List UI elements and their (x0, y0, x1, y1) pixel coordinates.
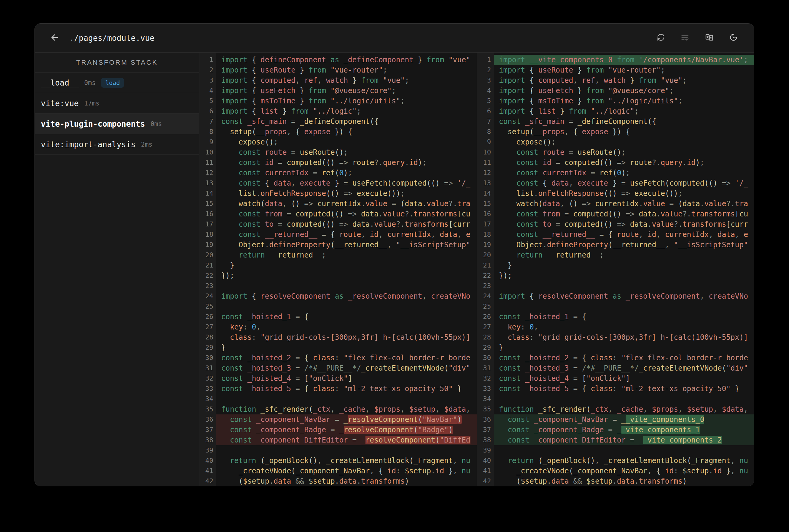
code-line: 2import { useRoute } from "vue-router"; (477, 65, 754, 75)
line-number: 15 (199, 198, 216, 209)
line-number: 37 (199, 425, 216, 435)
code-text: ($setup.data && $setup.data.transforms) (494, 476, 754, 486)
code-line: 25 (477, 301, 754, 312)
diff-panel-before[interactable]: 1import { defineComponent as _defineComp… (199, 53, 477, 486)
code-text: Object.defineProperty(__returned__, "__i… (216, 240, 477, 250)
code-line: 31const _hoisted_3 = /*#__PURE__*/_creat… (477, 363, 754, 373)
sidebar-item-__load__[interactable]: __load__0msload (35, 73, 199, 93)
line-number: 11 (199, 157, 216, 168)
code-text: }); (216, 270, 477, 281)
code-text: const _sfc_main = _defineComponent({ (494, 116, 754, 127)
code-text: const route = useRoute(); (494, 147, 754, 157)
line-number: 12 (199, 168, 216, 178)
code-text: const from = computed(() => data.value?.… (494, 209, 754, 219)
code-text: import { useFetch } from "@vueuse/core"; (216, 86, 477, 96)
sidebar-item-vite:import-analysis[interactable]: vite:import-analysis2ms (35, 134, 199, 155)
code-text: const _hoisted_5 = { class: "ml-2 text-x… (216, 384, 477, 394)
line-number: 35 (199, 404, 216, 414)
line-number: 31 (477, 363, 494, 373)
code-line: 40 return (_openBlock(), _createElementB… (477, 456, 754, 466)
code-text: key: 0, (216, 322, 477, 332)
line-number: 8 (199, 127, 216, 137)
code-text (216, 394, 477, 404)
code-text: setup(__props, { expose }) { (216, 127, 477, 137)
line-number: 7 (199, 116, 216, 127)
line-number: 22 (477, 270, 494, 281)
line-number: 25 (477, 301, 494, 312)
code-text: const _component_Badge = _resolveCompone… (216, 425, 477, 435)
line-number: 16 (199, 209, 216, 219)
code-line: 40 return (_openBlock(), _createElementB… (199, 456, 477, 466)
transform-stack-sidebar: TRANSFORM STACK __load__0msloadvite:vue1… (35, 53, 199, 486)
line-number: 39 (477, 445, 494, 456)
code-text: return __returned__; (216, 250, 477, 260)
side-by-side-toggle[interactable] (703, 32, 715, 44)
code-text: watch(data, () => currentIdx.value = (da… (216, 198, 477, 209)
code-text: key: 0, (494, 322, 754, 332)
side-by-side-diff-icon (705, 33, 714, 43)
code-text: const to = computed(() => data.value?.tr… (216, 219, 477, 229)
refresh-button[interactable] (655, 32, 667, 44)
code-text: const currentIdx = ref(0); (216, 168, 477, 178)
code-line: 16 const from = computed(() => data.valu… (199, 209, 477, 219)
top-bar: ./pages/module.vue (35, 23, 754, 53)
code-line: 24import { resolveComponent as _resolveC… (199, 291, 477, 301)
code-text: const to = computed(() => data.value?.tr… (494, 219, 754, 229)
diff-panel-after[interactable]: 1import __vite_components_0 from '/compo… (477, 53, 754, 486)
line-number: 10 (199, 147, 216, 157)
line-number: 17 (199, 219, 216, 229)
main-content: TRANSFORM STACK __load__0msloadvite:vue1… (35, 53, 754, 486)
line-number: 34 (477, 394, 494, 404)
code-line: 17 const to = computed(() => data.value?… (199, 219, 477, 229)
code-text: import { resolveComponent as _resolveCom… (494, 291, 754, 301)
sidebar-item-vite:vue[interactable]: vite:vue17ms (35, 93, 199, 114)
line-number: 1 (477, 55, 494, 65)
code-line: 31const _hoisted_3 = /*#__PURE__*/_creat… (199, 363, 477, 373)
sidebar-item-vite-plugin-components[interactable]: vite-plugin-components0ms (35, 114, 199, 134)
code-text: import __vite_components_0 from '/compon… (494, 55, 754, 65)
code-line: 2import { useRoute } from "vue-router"; (199, 65, 477, 75)
code-text: const _hoisted_1 = { (494, 312, 754, 322)
code-line: 1import __vite_components_0 from '/compo… (477, 55, 754, 65)
code-line: 36 const _component_NavBar = __vite_comp… (477, 414, 754, 425)
line-number: 15 (477, 198, 494, 209)
code-line: 7const _sfc_main = _defineComponent({ (477, 116, 754, 127)
code-text: const __returned__ = { route, id, curren… (494, 229, 754, 240)
line-number: 17 (477, 219, 494, 229)
line-number: 28 (199, 332, 216, 342)
code-line: 6import { list } from "../logic"; (199, 106, 477, 116)
code-text: expose(); (494, 137, 754, 147)
line-wrap-icon (681, 33, 689, 43)
code-line: 29} (477, 342, 754, 353)
code-line: 19 Object.defineProperty(__returned__, "… (199, 240, 477, 250)
module-path-title: ./pages/module.vue (69, 34, 154, 43)
line-number: 9 (199, 137, 216, 147)
code-line: 35function _sfc_render(_ctx, _cache, $pr… (199, 404, 477, 414)
code-text: const _component_Badge = __vite_componen… (494, 425, 754, 435)
line-number: 4 (199, 86, 216, 96)
line-wrap-toggle[interactable] (679, 32, 691, 44)
code-line: 9 expose(); (199, 137, 477, 147)
title-dot: . (69, 34, 74, 43)
code-text: } (494, 342, 754, 353)
dark-mode-toggle[interactable] (727, 32, 739, 44)
code-text: Object.defineProperty(__returned__, "__i… (494, 240, 754, 250)
code-line: 7const _sfc_main = _defineComponent({ (199, 116, 477, 127)
code-line: 9 expose(); (477, 137, 754, 147)
plugin-time: 0ms (150, 120, 162, 128)
code-text (494, 445, 754, 456)
line-number: 20 (477, 250, 494, 260)
code-text: const _component_NavBar = _resolveCompon… (216, 414, 477, 425)
line-number: 9 (477, 137, 494, 147)
code-text: const id = computed(() => route?.query.i… (216, 157, 477, 168)
back-button[interactable] (49, 32, 61, 44)
code-line: 20 return __returned__; (199, 250, 477, 260)
code-line: 10 const route = useRoute(); (199, 147, 477, 157)
code-line: 5import { msToTime } from "../logic/util… (477, 96, 754, 106)
code-line: 22}); (199, 270, 477, 281)
line-number: 19 (199, 240, 216, 250)
line-number: 8 (477, 127, 494, 137)
code-line: 32const _hoisted_4 = ["onClick"] (477, 373, 754, 384)
code-line: 8 setup(__props, { expose }) { (199, 127, 477, 137)
code-line: 28 class: "grid grid-cols-[300px,3fr] h-… (477, 332, 754, 342)
